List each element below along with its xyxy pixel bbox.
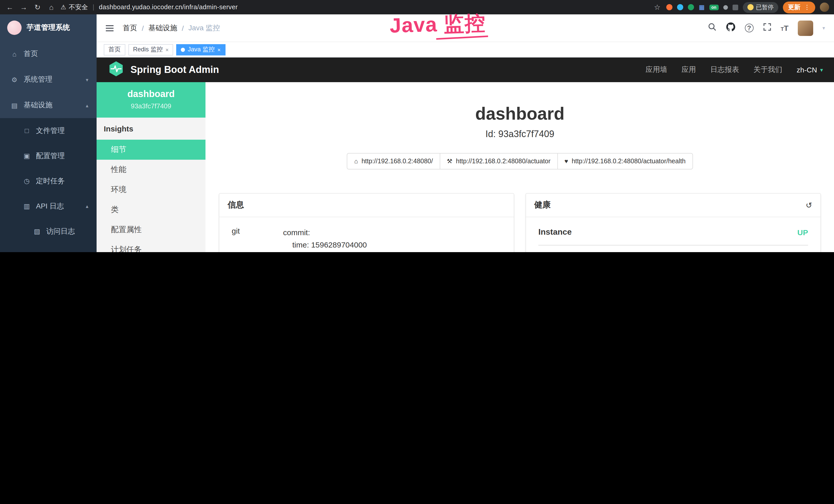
sba-item-scheduled[interactable]: 计划任务 — [96, 240, 205, 252]
sba-nav-applications[interactable]: 应用 — [682, 65, 696, 74]
hamburger-icon[interactable] — [106, 25, 113, 31]
fullscreen-icon[interactable] — [763, 23, 771, 33]
sba-sidebar: dashboard 93a3fc7f7409 Insights 细节 性能 环境… — [96, 82, 205, 252]
access-log-icon: ▧ — [33, 228, 41, 235]
sidebar-item-infra[interactable]: ▤ 基础设施 ▴ — [0, 92, 96, 118]
home-icon: ⌂ — [354, 158, 358, 165]
sba-nav-wall[interactable]: 应用墙 — [646, 65, 667, 74]
breadcrumb-home[interactable]: 首页 — [123, 23, 137, 32]
extension-misc-icon[interactable] — [723, 5, 728, 9]
wrench-icon: ⚒ — [447, 158, 452, 165]
sidebar-item-label: 文件管理 — [36, 126, 65, 135]
tab-java-monitor[interactable]: Java 监控 × — [176, 44, 225, 55]
address-bar[interactable]: dashboard.yudao.iocoder.cn/infra/admin-s… — [99, 4, 238, 11]
home-menu-icon: ⌂ — [10, 50, 19, 58]
sidebar-item-error-log[interactable]: ▨ 错误日志 — [0, 244, 96, 252]
sidebar-item-access-log[interactable]: ▧ 访问日志 — [0, 219, 96, 244]
sba-nav-about[interactable]: 关于我们 — [753, 65, 782, 74]
sidebar-item-scheduled-tasks[interactable]: ◷ 定时任务 — [0, 168, 96, 193]
history-icon[interactable]: ↺ — [806, 201, 812, 210]
health-instance-label: Instance — [539, 228, 572, 237]
sidebar-item-config-manage[interactable]: ▣ 配置管理 — [0, 143, 96, 168]
pig-logo-icon — [7, 21, 22, 35]
actuator-url-button[interactable]: ⚒ http://192.168.0.2:48080/actuator — [439, 153, 557, 169]
sidebar-item-label: API 日志 — [36, 202, 64, 211]
breadcrumb: 首页 / 基础设施 / Java 监控 — [123, 23, 220, 32]
security-label: 不安全 — [69, 3, 88, 12]
browser-profile-avatar[interactable] — [820, 3, 829, 12]
sidebar-item-home[interactable]: ⌂ 首页 — [0, 41, 96, 67]
instance-id: 93a3fc7f7409 — [101, 102, 201, 110]
close-icon[interactable]: × — [166, 46, 169, 53]
help-icon[interactable]: ? — [745, 24, 753, 32]
info-key: git — [232, 226, 283, 252]
warning-icon: ⚠ — [61, 4, 66, 11]
gear-icon: ⚙ — [10, 76, 19, 84]
paused-chip[interactable]: 已暂停 — [743, 2, 778, 13]
sba-logo-icon[interactable] — [108, 61, 124, 79]
sba-item-performance[interactable]: 性能 — [96, 160, 205, 180]
breadcrumb-section[interactable]: 基础设施 — [149, 23, 177, 32]
sidebar-item-label: 定时任务 — [36, 176, 65, 186]
info-value: commit: time: 1596289704000 id: 27aa832 … — [283, 226, 501, 252]
extension-drop-icon[interactable] — [677, 4, 683, 10]
infra-submenu: □ 文件管理 ▣ 配置管理 ◷ 定时任务 ▥ API 日志 ▴ ▧ — [0, 118, 96, 252]
search-icon[interactable] — [708, 23, 716, 33]
info-card-title: 信息 — [227, 200, 244, 210]
health-card-title: 健康 — [534, 200, 551, 210]
sba-item-environment[interactable]: 环境 — [96, 180, 205, 200]
extension-on-badge[interactable]: on — [709, 4, 719, 10]
back-icon[interactable]: ← — [5, 3, 14, 11]
extensions-puzzle-icon[interactable] — [732, 4, 738, 10]
git-commit-time: time: 1596289704000 — [283, 239, 501, 251]
avatar-caret-icon: ▾ — [822, 25, 825, 31]
info-card: 信息 git commit: time: 1596289704000 id: 2… — [219, 193, 514, 252]
sba-item-classes[interactable]: 类 — [96, 200, 205, 220]
chevron-up-icon: ▴ — [86, 102, 88, 108]
sidebar-item-api-log[interactable]: ▥ API 日志 ▴ — [0, 193, 96, 219]
github-icon[interactable] — [726, 22, 736, 34]
security-chip[interactable]: ⚠ 不安全 — [61, 3, 88, 12]
extension-grid-icon[interactable]: ▦ — [699, 4, 705, 10]
tab-home[interactable]: 首页 — [104, 44, 125, 55]
extension-green-icon[interactable] — [688, 4, 694, 10]
insights-group-label: Insights — [96, 118, 205, 140]
sba-item-details[interactable]: 细节 — [96, 140, 205, 160]
tab-label: Redis 监控 — [133, 45, 163, 54]
extension-fox-icon[interactable] — [666, 4, 673, 10]
instance-url-button[interactable]: ⌂ http://192.168.0.2:48080/ — [347, 153, 440, 169]
browser-chrome: ← → ↻ ⌂ ⚠ 不安全 | dashboard.yudao.iocoder.… — [0, 0, 834, 15]
font-size-icon[interactable]: TT — [781, 24, 789, 32]
sba-item-config-props[interactable]: 配置属性 — [96, 220, 205, 240]
actuator-url: http://192.168.0.2:48080/actuator — [456, 158, 550, 165]
chevron-down-icon: ▾ — [820, 67, 823, 73]
sba-detail-view: dashboard Id: 93a3fc7f7409 ⌂ http://192.… — [205, 82, 834, 252]
kebab-menu-icon[interactable]: ⋮ — [804, 4, 810, 11]
sba-nav-journal[interactable]: 日志报表 — [710, 65, 739, 74]
home-icon[interactable]: ⌂ — [47, 3, 56, 11]
admin-sidebar: 芋道管理系统 ⌂ 首页 ⚙ 系统管理 ▾ ▤ 基础设施 ▴ □ 文件管理 — [0, 15, 96, 252]
sba-brand-title[interactable]: Spring Boot Admin — [130, 64, 219, 75]
paused-label: 已暂停 — [756, 3, 774, 11]
chevron-up-icon: ▴ — [86, 203, 88, 209]
sba-language-select[interactable]: zh-CN ▾ — [797, 66, 823, 74]
close-icon[interactable]: × — [217, 46, 221, 53]
update-label: 更新 — [788, 3, 800, 12]
page-title: dashboard — [205, 104, 834, 124]
app-logo[interactable]: 芋道管理系统 — [0, 15, 96, 41]
sidebar-item-file-manage[interactable]: □ 文件管理 — [0, 118, 96, 143]
breadcrumb-current: Java 监控 — [189, 23, 220, 32]
insights-group: Insights 细节 性能 环境 类 配置属性 计划任务 — [96, 118, 205, 252]
heartbeat-icon: ♥ — [564, 158, 568, 165]
forward-icon[interactable]: → — [19, 3, 28, 11]
app-header: 首页 / 基础设施 / Java 监控 ? — [96, 15, 834, 42]
update-button[interactable]: 更新 ⋮ — [783, 1, 815, 13]
sidebar-item-system[interactable]: ⚙ 系统管理 ▾ — [0, 67, 96, 92]
health-url-button[interactable]: ♥ http://192.168.0.2:48080/actuator/heal… — [557, 153, 693, 169]
bookmark-star-icon[interactable]: ☆ — [653, 3, 662, 11]
tab-label: 首页 — [108, 45, 121, 54]
reload-icon[interactable]: ↻ — [33, 3, 42, 11]
tab-redis-monitor[interactable]: Redis 监控 × — [128, 44, 173, 55]
user-avatar[interactable] — [798, 20, 813, 36]
file-icon: □ — [23, 127, 31, 135]
